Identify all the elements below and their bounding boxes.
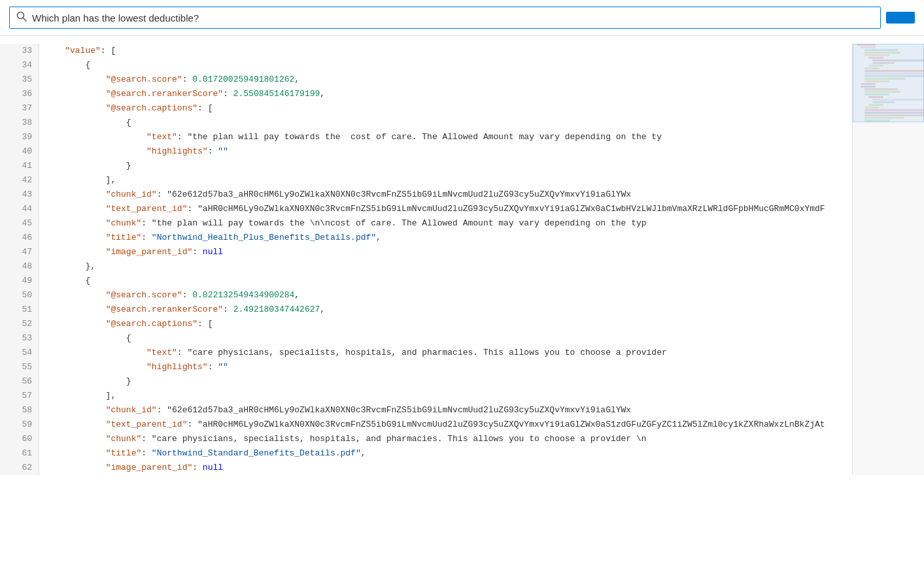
minimap-line bbox=[861, 86, 876, 88]
line-number: 33 bbox=[0, 44, 39, 58]
code-line: "chunk": "the plan will pay towards the … bbox=[44, 216, 852, 231]
minimap-line bbox=[872, 99, 924, 101]
code-line: "text": "care physicians, specialists, h… bbox=[44, 346, 852, 360]
minimap-line bbox=[864, 67, 880, 69]
minimap-line bbox=[864, 112, 924, 114]
minimap-line bbox=[872, 101, 895, 103]
minimap-line bbox=[864, 91, 900, 93]
line-number: 54 bbox=[0, 346, 39, 360]
line-number: 39 bbox=[0, 130, 39, 144]
minimap-line bbox=[868, 65, 883, 67]
minimap-line bbox=[864, 54, 889, 56]
minimap-line bbox=[864, 88, 898, 90]
code-line: ], bbox=[44, 389, 852, 403]
line-number: 55 bbox=[0, 360, 39, 374]
minimap-line bbox=[861, 46, 876, 48]
minimap-line bbox=[864, 117, 904, 119]
line-number: 53 bbox=[0, 331, 39, 346]
minimap-line bbox=[864, 80, 890, 82]
code-content: "value": [ { "@search.score": 0.01720025… bbox=[39, 44, 852, 475]
minimap-line bbox=[861, 83, 876, 85]
line-number: 57 bbox=[0, 389, 39, 403]
line-number: 56 bbox=[0, 374, 39, 389]
code-line: "@search.captions": [ bbox=[44, 317, 852, 331]
line-number: 38 bbox=[0, 116, 39, 130]
line-number: 36 bbox=[0, 87, 39, 101]
code-line: "highlights": "" bbox=[44, 360, 852, 374]
code-line: "value": [ bbox=[44, 44, 852, 58]
minimap-line bbox=[864, 93, 889, 95]
code-line: { bbox=[44, 274, 852, 288]
minimap-line bbox=[868, 96, 883, 98]
code-line: "@search.rerankerScore": 2.4921803474426… bbox=[44, 303, 852, 317]
minimap-line bbox=[872, 59, 924, 61]
code-line: "title": "Northwind_Health_Plus_Benefits… bbox=[44, 231, 852, 245]
svg-line-1 bbox=[24, 18, 27, 22]
code-line: { bbox=[44, 116, 852, 130]
code-line: ], bbox=[44, 173, 852, 188]
line-number: 59 bbox=[0, 418, 39, 432]
code-line: "@search.captions": [ bbox=[44, 101, 852, 116]
code-line: "text": "the plan will pay towards the c… bbox=[44, 130, 852, 144]
line-numbers: 3334353637383940414243444546474849505152… bbox=[0, 44, 39, 475]
minimap-line bbox=[868, 104, 883, 106]
line-number: 35 bbox=[0, 73, 39, 87]
search-button[interactable] bbox=[886, 12, 915, 24]
code-line: "title": "Northwind_Standard_Benefits_De… bbox=[44, 446, 852, 461]
code-container: 3334353637383940414243444546474849505152… bbox=[0, 44, 924, 475]
search-bar bbox=[0, 0, 924, 36]
line-number: 46 bbox=[0, 231, 39, 245]
line-number: 52 bbox=[0, 317, 39, 331]
line-number: 61 bbox=[0, 446, 39, 461]
line-number: 42 bbox=[0, 173, 39, 188]
minimap-line bbox=[864, 73, 924, 74]
line-number: 34 bbox=[0, 58, 39, 73]
code-line: { bbox=[44, 331, 852, 346]
code-line: "image_parent_id": null bbox=[44, 461, 852, 475]
line-number: 40 bbox=[0, 144, 39, 159]
code-line: } bbox=[44, 374, 852, 389]
code-line: "chunk": "care physicians, specialists, … bbox=[44, 432, 852, 446]
line-number: 47 bbox=[0, 245, 39, 259]
search-input[interactable] bbox=[32, 12, 868, 24]
line-number: 49 bbox=[0, 274, 39, 288]
minimap-line bbox=[868, 57, 883, 59]
line-number: 62 bbox=[0, 461, 39, 475]
line-number: 44 bbox=[0, 202, 39, 216]
minimap-line bbox=[864, 70, 924, 72]
line-number: 51 bbox=[0, 303, 39, 317]
code-line: { bbox=[44, 58, 852, 73]
minimap-line bbox=[872, 62, 895, 64]
code-line: "@search.score": 0.022132549434900284, bbox=[44, 288, 852, 303]
code-line: "text_parent_id": "aHR0cHM6Ly9oZWlkaXN0X… bbox=[44, 418, 852, 432]
line-number: 41 bbox=[0, 159, 39, 173]
line-number: 45 bbox=[0, 216, 39, 231]
code-line: } bbox=[44, 159, 852, 173]
line-number: 60 bbox=[0, 432, 39, 446]
code-line: "text_parent_id": "aHR0cHM6Ly9oZWlkaXN0X… bbox=[44, 202, 852, 216]
code-line: "chunk_id": "62e612d57ba3_aHR0cHM6Ly9oZW… bbox=[44, 188, 852, 202]
code-line: "highlights": "" bbox=[44, 144, 852, 159]
minimap bbox=[852, 44, 924, 475]
search-input-wrapper bbox=[9, 7, 881, 29]
minimap-line bbox=[857, 44, 876, 46]
search-icon bbox=[16, 11, 27, 24]
minimap-line bbox=[864, 78, 906, 80]
line-number: 58 bbox=[0, 403, 39, 418]
minimap-content bbox=[853, 44, 924, 475]
minimap-line bbox=[864, 120, 890, 122]
line-number: 48 bbox=[0, 259, 39, 274]
minimap-line bbox=[864, 109, 924, 111]
code-line: "chunk_id": "62e612d57ba3_aHR0cHM6Ly9oZW… bbox=[44, 403, 852, 418]
line-number: 37 bbox=[0, 101, 39, 116]
minimap-line bbox=[864, 114, 924, 116]
results-label bbox=[0, 36, 924, 44]
minimap-line bbox=[864, 75, 924, 77]
minimap-line bbox=[864, 107, 880, 108]
minimap-line bbox=[864, 52, 900, 54]
minimap-line bbox=[864, 49, 898, 51]
line-number: 43 bbox=[0, 188, 39, 202]
line-number: 50 bbox=[0, 288, 39, 303]
code-line: "@search.rerankerScore": 2.5508451461791… bbox=[44, 87, 852, 101]
code-line: }, bbox=[44, 259, 852, 274]
